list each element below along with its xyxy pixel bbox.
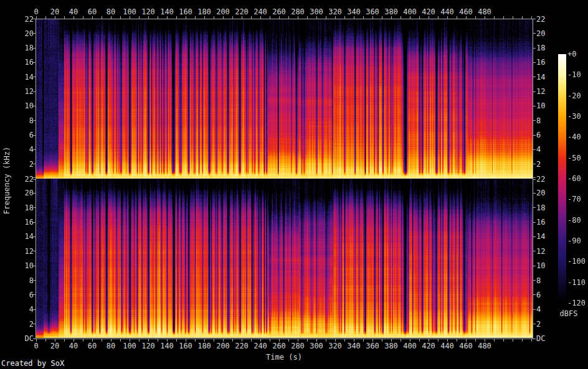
y-axis-tick-right [533,48,536,49]
sox-spectrogram-image: 0020204040606080801001001201201401401601… [0,0,588,369]
y-axis-tick-right [533,179,536,180]
x-axis-tick-top [354,16,354,19]
x-axis-tick-top [279,16,280,19]
x-tick-label-bottom: 480 [471,342,498,350]
y-axis-tick-right [533,106,536,106]
x-axis-tick-bottom [531,339,532,342]
x-axis-tick-top [83,16,83,19]
y-axis-tick-right [533,177,536,178]
y-tick-label-right: 12 [536,87,561,96]
y-tick-label-left: 20 [11,29,34,38]
x-axis-tick-bottom [513,339,513,342]
x-axis-tick-top [410,16,410,19]
colorbar [558,54,566,303]
y-axis-tick-right [533,222,536,223]
x-axis-tick-top [158,16,158,19]
colorbar-unit-label: dBFS [551,309,586,318]
x-axis-tick-top [260,16,261,19]
x-axis-tick-top [167,16,168,19]
y-tick-label-left: 10 [11,101,34,110]
y-tick-label-left: 2 [11,320,34,329]
y-tick-label-right: 10 [536,101,561,110]
x-axis-tick-top [92,16,93,19]
x-axis-tick-top [74,16,74,19]
x-axis-tick-top [186,16,186,19]
x-axis-tick-top [55,16,55,19]
x-axis-tick-top [195,16,196,19]
y-axis-tick-right [533,120,536,121]
x-axis-tick-top [204,16,205,19]
y-tick-label-left: 12 [11,247,34,256]
x-axis-tick-top [457,16,457,19]
y-tick-label-right: 14 [536,73,561,82]
y-tick-label-left: 14 [11,73,34,82]
x-axis-tick-top [176,16,177,19]
y-axis-tick-right [533,236,536,237]
colorbar-tick-label: -70 [567,195,588,203]
x-tick-label-top: 480 [471,7,498,16]
y-tick-label-right: 8 [536,276,561,285]
x-axis-tick-top [466,16,467,19]
y-tick-label-right: 22 [536,15,561,24]
y-tick-label-left: 2 [11,160,34,169]
y-tick-label-left: 20 [11,189,34,197]
x-axis-tick-top [307,16,308,19]
x-axis-tick-top [298,16,298,19]
creator-credit: Created by SoX [1,359,64,368]
x-axis-tick-top [447,16,448,19]
x-axis-tick-top [513,16,513,19]
y-tick-label-left: 16 [11,218,34,227]
y-axis-tick-right [533,266,536,266]
x-axis-tick-top [382,16,382,19]
y-tick-label-left: 8 [11,276,34,285]
x-axis-tick-top [401,16,401,19]
y-axis-tick-right [533,135,536,136]
x-axis-tick-top [438,16,439,19]
x-axis-tick-top [148,16,149,19]
x-axis-tick-top [130,16,130,19]
x-axis-tick-top [326,16,326,19]
y-axis-tick-right [533,207,536,208]
y-tick-label-right: 16 [536,58,561,67]
y-axis-tick-right [533,309,536,310]
x-axis-tick-top [36,16,37,19]
x-axis-title: Time (s) [247,353,321,362]
y-tick-label-right: 14 [536,232,561,241]
y-tick-label-right: 10 [536,261,561,270]
colorbar-tick-label: +0 [567,50,588,58]
x-axis-tick-top [288,16,289,19]
y-tick-label-left: 10 [11,261,34,270]
x-axis-tick-bottom [503,339,504,342]
y-tick-label-right: 6 [536,291,561,299]
y-axis-tick-right [533,149,536,150]
y-tick-label-left: 8 [11,116,34,125]
y-axis-tick-right [533,33,536,34]
colorbar-tick-label: -30 [567,112,588,121]
x-axis-tick-top [64,16,65,19]
colorbar-tick-label: -100 [567,257,588,266]
y-tick-label-left: DC [11,334,34,343]
y-tick-label-left: 16 [11,58,34,67]
colorbar-tick-label: -110 [567,278,588,287]
x-axis-tick-top [270,16,270,19]
x-axis-tick-top [45,16,46,19]
colorbar-tick-label: -50 [567,154,588,162]
y-tick-label-right: 16 [536,218,561,227]
x-axis-tick-top [485,16,485,19]
colorbar-tick-label: -90 [567,236,588,245]
y-axis-tick-right [533,62,536,63]
x-axis-tick-top [372,16,373,19]
plot-border [36,19,533,339]
colorbar-tick-label: -80 [567,216,588,225]
y-axis-tick-right [533,77,536,77]
y-tick-label-left: 4 [11,145,34,154]
colorbar-tick-label: -60 [567,174,588,183]
x-axis-tick-top [139,16,140,19]
x-axis-tick-bottom [522,339,523,342]
y-tick-label-right: 12 [536,247,561,256]
y-axis-tick-right [533,294,536,295]
x-axis-tick-top [223,16,224,19]
y-tick-label-left: 22 [11,15,34,24]
y-axis-tick-right [533,19,536,19]
y-tick-label-left: 6 [11,291,34,299]
